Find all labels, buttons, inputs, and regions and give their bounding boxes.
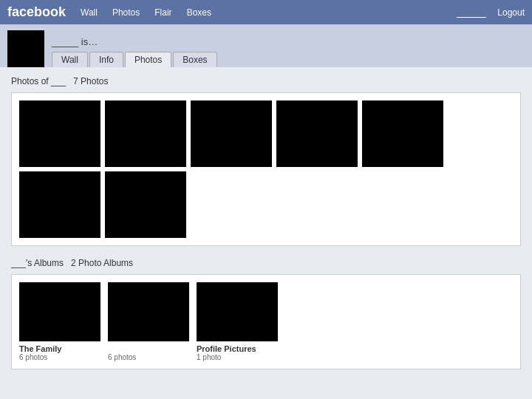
photos-section-title: Photos of ___ 7 Photos	[11, 76, 521, 86]
album-thumb-1[interactable]	[19, 282, 100, 341]
photo-thumb-5[interactable]	[362, 100, 443, 167]
album-count-2: 6 photos	[108, 353, 189, 361]
photos-count: 7 Photos	[73, 76, 108, 86]
nav-boxes[interactable]: Boxes	[187, 7, 211, 18]
album-name-3: Profile Pictures	[197, 344, 278, 353]
tab-photos[interactable]: Photos	[125, 52, 171, 67]
topbar: facebook Wall Photos Flair Boxes Logout	[0, 0, 532, 24]
photos-grid-container	[11, 92, 521, 246]
tab-info[interactable]: Info	[89, 52, 123, 67]
albums-section-title: ___'s Albums 2 Photo Albums	[11, 258, 521, 268]
photo-thumb-7[interactable]	[105, 171, 186, 238]
album-thumb-2[interactable]	[108, 282, 189, 341]
album-thumb-3[interactable]	[197, 282, 278, 341]
nav-photos[interactable]: Photos	[112, 7, 140, 18]
logout-button[interactable]: Logout	[497, 7, 525, 18]
albums-grid: The Family 6 photos 6 photos Profile Pic…	[11, 274, 521, 369]
albums-title-prefix: ___'s Albums	[11, 258, 64, 268]
photos-grid	[19, 100, 513, 238]
photos-of-label: Photos of ___	[11, 76, 66, 86]
topbar-right: Logout	[457, 7, 525, 18]
albums-count: 2 Photo Albums	[71, 258, 133, 268]
main-content: Photos of ___ 7 Photos ___'s Albums 2 Ph…	[0, 67, 532, 378]
photo-thumb-6[interactable]	[19, 171, 100, 238]
tab-boxes[interactable]: Boxes	[173, 52, 216, 67]
photo-thumb-2[interactable]	[105, 100, 186, 167]
album-name-1: The Family	[19, 344, 100, 353]
nav-wall[interactable]: Wall	[81, 7, 98, 18]
album-item-1: The Family 6 photos	[19, 282, 100, 361]
album-item-3: Profile Pictures 1 photo	[197, 282, 278, 361]
nav-flair[interactable]: Flair	[154, 7, 171, 18]
album-name-2	[108, 344, 189, 353]
album-count-1: 6 photos	[19, 353, 100, 361]
album-count-3: 1 photo	[197, 353, 278, 361]
tab-wall[interactable]: Wall	[52, 52, 88, 67]
profile-header: _____ is… Wall Info Photos Boxes	[0, 24, 532, 67]
brand-logo: facebook	[7, 4, 66, 20]
profile-info: _____ is… Wall Info Photos Boxes	[52, 30, 525, 67]
photo-thumb-4[interactable]	[276, 100, 358, 167]
search-field[interactable]	[457, 7, 486, 18]
albums-section: ___'s Albums 2 Photo Albums The Family 6…	[11, 258, 521, 369]
profile-tabs: Wall Info Photos Boxes	[52, 52, 525, 67]
photo-thumb-3[interactable]	[191, 100, 272, 167]
nav-links: Wall Photos Flair Boxes	[81, 7, 457, 18]
avatar	[7, 30, 44, 67]
album-item-2: 6 photos	[108, 282, 189, 361]
profile-status: _____ is…	[52, 30, 525, 47]
photo-thumb-1[interactable]	[19, 100, 100, 167]
